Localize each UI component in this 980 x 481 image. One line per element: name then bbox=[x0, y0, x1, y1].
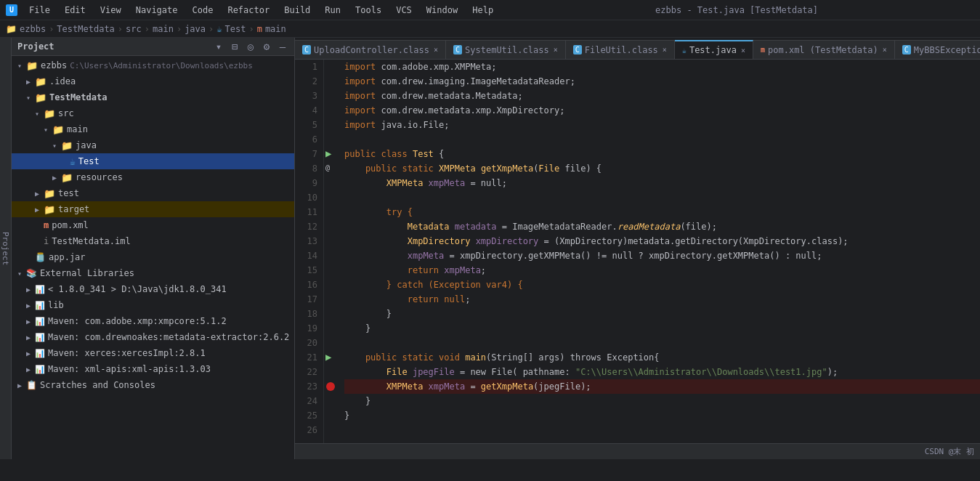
breadcrumb-test[interactable]: Test bbox=[225, 24, 246, 34]
tab-label-testjava: Test.java bbox=[689, 45, 737, 55]
menu-file[interactable]: File bbox=[23, 4, 56, 17]
tree-item-testmetdata[interactable]: ▾ 📁 TestMetdata bbox=[12, 89, 294, 105]
tree-item-root[interactable]: ▾ 📁 ezbbs C:\Users\Administrator\Downloa… bbox=[12, 57, 294, 73]
tree-label-lib: lib bbox=[48, 300, 64, 310]
sidebar-dropdown[interactable]: ▾ bbox=[213, 41, 224, 52]
tree-arrow-java: ▾ bbox=[52, 142, 61, 150]
tree-icon-root: 📁 bbox=[26, 60, 38, 71]
tree-label-test-folder: test bbox=[58, 188, 79, 198]
tab-label-systemutil: SystemUtil.class bbox=[465, 45, 549, 55]
tree-arrow-ext-libs: ▾ bbox=[17, 270, 26, 278]
editor-container: C UploadController.class × C SystemUtil.… bbox=[295, 38, 980, 459]
code-line-14: xmpMeta = xmpDirectory.getXMPMeta() != n… bbox=[344, 248, 980, 263]
tree-label-test: Test bbox=[78, 156, 100, 166]
watermark-text: CSDN @末 初 bbox=[925, 446, 974, 457]
tree-item-java[interactable]: ▾ 📁 java bbox=[12, 137, 294, 153]
menu-window[interactable]: Window bbox=[421, 4, 463, 17]
menu-view[interactable]: View bbox=[94, 4, 127, 17]
tab-close-pomxml[interactable]: × bbox=[883, 46, 887, 54]
tree-item-resources[interactable]: ▶ 📁 resources bbox=[12, 169, 294, 185]
tree-arrow-target: ▶ bbox=[35, 206, 44, 214]
tree-item-iml[interactable]: ▶ i TestMetdata.iml bbox=[12, 233, 294, 249]
run-arrow-line-21[interactable]: ▶ bbox=[325, 351, 331, 363]
sidebar-locate[interactable]: ◎ bbox=[245, 41, 256, 52]
tree-item-appjar[interactable]: ▶ 🫙 app.jar bbox=[12, 249, 294, 265]
tree-item-ext-libs[interactable]: ▾ 📚 External Libraries bbox=[12, 265, 294, 281]
tab-fileutil[interactable]: C FileUtil.class × bbox=[566, 40, 675, 59]
tree-arrow-root: ▾ bbox=[17, 62, 26, 70]
sidebar-toolbar: Project ▾ ⊟ ◎ ⚙ — bbox=[12, 38, 294, 56]
code-line-9: XMPMeta xmpMeta = null; bbox=[344, 176, 980, 190]
tree-item-lib[interactable]: ▶ 📊 lib bbox=[12, 297, 294, 313]
tab-testjava[interactable]: ☕ Test.java × bbox=[675, 40, 753, 59]
run-arrow-line-7[interactable]: ▶ bbox=[325, 147, 331, 159]
code-line-11: try { bbox=[344, 205, 980, 219]
code-line-4: import com.drew.metadata.xmp.XmpDirector… bbox=[344, 103, 980, 118]
breadcrumb-ezbbs[interactable]: ezbbs bbox=[20, 24, 46, 34]
editor-gutter: ▶@▶ bbox=[324, 60, 339, 443]
tree-icon-pom: m bbox=[44, 220, 49, 230]
tree-icon-test-folder: 📁 bbox=[44, 188, 55, 199]
tree-label-scratches: Scratches and Consoles bbox=[40, 380, 155, 390]
code-content[interactable]: import com.adobe.xmp.XMPMeta;import com.… bbox=[339, 60, 980, 443]
breadcrumb-main-method[interactable]: main bbox=[265, 24, 286, 34]
tab-close-systemutil[interactable]: × bbox=[554, 46, 558, 54]
breadcrumb-testmetdata[interactable]: TestMetdata bbox=[57, 24, 114, 34]
tab-close-fileutil[interactable]: × bbox=[663, 46, 667, 54]
tree-item-maven-xerces[interactable]: ▶ 📊 Maven: xerces:xercesImpl:2.8.1 bbox=[12, 345, 294, 361]
breadcrumb-src[interactable]: src bbox=[126, 24, 142, 34]
tree-item-maven-xmlapis[interactable]: ▶ 📊 Maven: xml-apis:xml-apis:1.3.03 bbox=[12, 361, 294, 377]
tree-icon-test: ☕ bbox=[70, 156, 76, 167]
menu-refactor[interactable]: Refactor bbox=[222, 4, 275, 17]
tab-close-testjava[interactable]: × bbox=[741, 47, 745, 54]
breadcrumb-java[interactable]: java bbox=[185, 24, 206, 34]
tree-item-main[interactable]: ▾ 📁 main bbox=[12, 121, 294, 137]
menu-run[interactable]: Run bbox=[319, 4, 347, 17]
menu-vcs[interactable]: VCS bbox=[390, 4, 418, 17]
menu-tools[interactable]: Tools bbox=[349, 4, 387, 17]
title-bar: U File Edit View Navigate Code Refactor … bbox=[0, 0, 980, 20]
code-line-8: public static XMPMeta getXmpMeta(File fi… bbox=[344, 161, 980, 176]
code-editor[interactable]: 1234567891011121314151617181920212223242… bbox=[295, 60, 980, 443]
code-line-15: return xmpMeta; bbox=[344, 263, 980, 278]
tree-item-src[interactable]: ▾ 📁 src bbox=[12, 105, 294, 121]
tree-arrow-test-folder: ▶ bbox=[35, 190, 44, 198]
code-line-26 bbox=[344, 423, 980, 437]
tree-label-iml: TestMetdata.iml bbox=[52, 236, 130, 246]
tab-close-uploadcontroller[interactable]: × bbox=[434, 46, 438, 54]
tab-systemutil[interactable]: C SystemUtil.class × bbox=[446, 40, 566, 59]
tree-label-resources: resources bbox=[76, 172, 123, 182]
breakpoint-line-23[interactable] bbox=[326, 382, 335, 391]
tree-item-maven-metaextract[interactable]: ▶ 📊 Maven: com.drewnoakes:metadata-extra… bbox=[12, 329, 294, 345]
tree-arrow-main: ▾ bbox=[44, 126, 52, 134]
tree-icon-maven-xmpcore: 📊 bbox=[35, 317, 45, 326]
tree-item-test[interactable]: ▶ ☕ Test bbox=[12, 153, 294, 169]
tree-arrow-maven-xmlapis: ▶ bbox=[26, 365, 35, 373]
tab-uploadcontroller[interactable]: C UploadController.class × bbox=[295, 40, 446, 59]
breadcrumb-main[interactable]: main bbox=[153, 24, 174, 34]
tree-label-src: src bbox=[58, 108, 74, 118]
tree-item-maven-xmpcore[interactable]: ▶ 📊 Maven: com.adobe.xmp:xmpcore:5.1.2 bbox=[12, 313, 294, 329]
tree-item-target[interactable]: ▶ 📁 target bbox=[12, 201, 294, 217]
sidebar-collapse-all[interactable]: ⊟ bbox=[229, 41, 240, 52]
menu-help[interactable]: Help bbox=[466, 4, 499, 17]
menu-build[interactable]: Build bbox=[278, 4, 316, 17]
sidebar-minimize[interactable]: — bbox=[277, 41, 288, 52]
tab-pomxml[interactable]: m pom.xml (TestMetdata) × bbox=[753, 40, 895, 59]
tree-item-idea[interactable]: ▶ 📁 .idea bbox=[12, 73, 294, 89]
tree-icon-maven-xmlapis: 📊 bbox=[35, 365, 45, 374]
tree-item-test-folder[interactable]: ▶ 📁 test bbox=[12, 185, 294, 201]
tab-mybbs[interactable]: C MyBBSExceptionHandler.class × bbox=[895, 40, 980, 59]
project-panel-tab[interactable]: Project bbox=[0, 38, 12, 459]
line-numbers: 1234567891011121314151617181920212223242… bbox=[295, 60, 324, 443]
menu-navigate[interactable]: Navigate bbox=[130, 4, 184, 17]
sidebar-settings[interactable]: ⚙ bbox=[261, 41, 272, 52]
tree-icon-iml: i bbox=[44, 236, 49, 246]
tree-item-jdk[interactable]: ▶ 📊 < 1.8.0_341 > D:\Java\jdk1.8.0_341 bbox=[12, 281, 294, 297]
tree-arrow-pom: ▶ bbox=[35, 222, 44, 230]
menu-code[interactable]: Code bbox=[187, 4, 219, 17]
menu-edit[interactable]: Edit bbox=[59, 4, 92, 17]
code-line-25: } bbox=[344, 408, 980, 423]
tree-item-pom[interactable]: ▶ m pom.xml bbox=[12, 217, 294, 233]
tree-item-scratches[interactable]: ▶ 📋 Scratches and Consoles bbox=[12, 377, 294, 393]
